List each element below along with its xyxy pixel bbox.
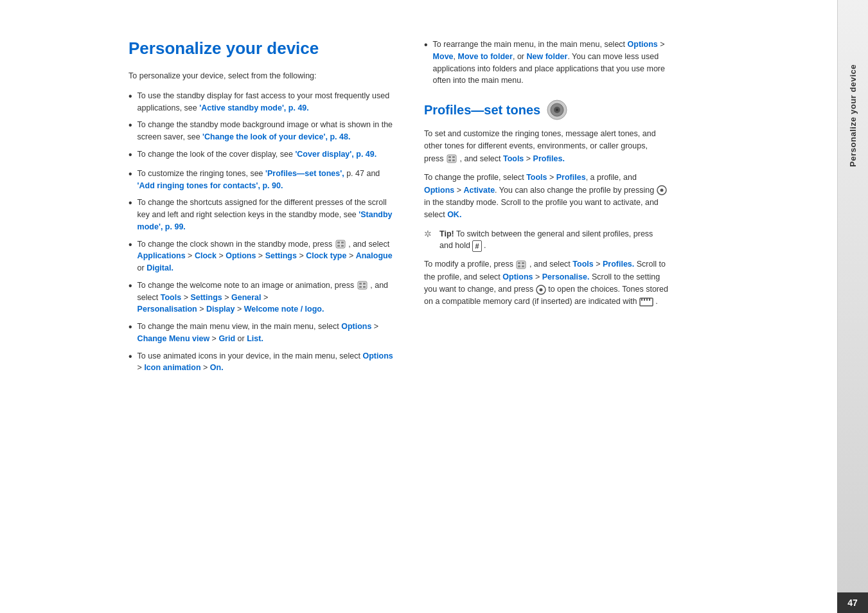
- svg-rect-7: [363, 283, 366, 285]
- link: Display: [206, 305, 235, 314]
- list-item: To use animated icons in your device, in…: [128, 350, 398, 375]
- svg-rect-16: [452, 156, 455, 158]
- link: Options: [628, 40, 658, 49]
- link: Tools: [526, 173, 547, 182]
- svg-rect-24: [522, 262, 524, 264]
- bullet-text: To customize the ringing tones, see 'Pro…: [137, 168, 398, 192]
- link: Change Menu view: [137, 334, 210, 343]
- svg-rect-33: [649, 298, 650, 301]
- link: 'Standby mode', p. 99.: [137, 210, 393, 231]
- link: Icon animation: [144, 363, 200, 372]
- svg-point-28: [539, 288, 542, 291]
- link: Tools: [572, 260, 593, 269]
- list-item: To customize the ringing tones, see 'Pro…: [128, 168, 398, 192]
- right-bullet-list: To rearrange the main menu, in the main …: [424, 39, 668, 87]
- clock-type-link: Clock type: [306, 251, 346, 260]
- right-column: To rearrange the main menu, in the main …: [424, 39, 668, 587]
- tip-icon: ✲: [424, 228, 436, 244]
- menu-key-icon: [335, 240, 346, 249]
- memory-card-icon: [639, 297, 653, 307]
- tip-text: Tip! To switch between the general and s…: [439, 228, 668, 253]
- list-item: To change the shortcuts assigned for the…: [128, 197, 398, 233]
- svg-point-20: [660, 189, 663, 192]
- hash-key-icon: #: [472, 240, 481, 253]
- link: New folder: [526, 52, 567, 61]
- link: Profiles: [556, 173, 586, 182]
- link: OK.: [447, 210, 461, 219]
- link: Personalisation: [137, 305, 197, 314]
- svg-rect-22: [517, 261, 526, 269]
- svg-rect-4: [341, 245, 344, 247]
- tip-box: ✲ Tip! To switch between the general and…: [424, 228, 668, 253]
- svg-rect-26: [522, 265, 524, 267]
- list-item: To rearrange the main menu, in the main …: [424, 39, 668, 87]
- ok-button-icon: [536, 285, 546, 295]
- svg-point-13: [556, 109, 558, 111]
- link: On.: [210, 363, 224, 372]
- svg-rect-18: [452, 159, 455, 161]
- profiles-para2: To change the profile, select Tools > Pr…: [424, 172, 668, 222]
- bullet-text: To change the clock shown in the standby…: [137, 238, 398, 274]
- svg-rect-6: [359, 283, 362, 285]
- link: List.: [247, 334, 263, 343]
- svg-rect-31: [644, 298, 645, 301]
- page-number: 47: [837, 592, 868, 613]
- bullet-text: To change the shortcuts assigned for the…: [137, 197, 398, 233]
- bullet-text: To change the main menu view, in the mai…: [137, 321, 398, 345]
- link: Tools: [503, 154, 524, 163]
- bullet-text: To change the look of the cover display,…: [137, 148, 377, 161]
- profiles-section-header: Profiles—set tones: [424, 100, 668, 120]
- profiles-icon: [547, 100, 567, 120]
- link: Move: [433, 52, 454, 61]
- page-container: Personalize your device To personalize y…: [0, 0, 868, 613]
- link: Profiles.: [533, 154, 565, 163]
- bullet-text: To rearrange the main menu, in the main …: [433, 39, 668, 87]
- svg-rect-14: [447, 155, 456, 163]
- list-item: To change the look of the cover display,…: [128, 148, 398, 163]
- link: 'Change the look of your device', p. 48.: [202, 132, 350, 141]
- list-item: To change the welcome note to an image o…: [128, 280, 398, 315]
- link: Personalise.: [542, 272, 590, 281]
- tip-star-icon: ✲: [424, 228, 436, 240]
- bullet-text: To use the standby display for fast acce…: [137, 90, 398, 114]
- main-content: Personalize your device To personalize y…: [0, 0, 837, 613]
- bullet-text: To change the welcome note to an image o…: [137, 280, 398, 315]
- page-title: Personalize your device: [128, 39, 398, 58]
- link: Settings: [190, 293, 222, 302]
- link: Options: [363, 351, 393, 360]
- svg-rect-8: [359, 286, 362, 288]
- svg-rect-32: [646, 298, 648, 301]
- svg-rect-3: [337, 245, 340, 247]
- link: 'Active standby mode', p. 49.: [199, 103, 309, 112]
- list-item: To use the standby display for fast acce…: [128, 90, 398, 114]
- svg-rect-23: [518, 262, 520, 264]
- intro-text: To personalize your device, select from …: [128, 70, 398, 82]
- svg-text:✲: ✲: [424, 229, 432, 239]
- home-button-icon: [657, 185, 667, 195]
- clock-link: Clock: [195, 251, 217, 260]
- link: Options: [502, 272, 533, 281]
- svg-rect-30: [641, 298, 642, 301]
- link: General: [231, 293, 261, 302]
- link: Welcome note / logo.: [244, 305, 324, 314]
- link: Grid: [218, 334, 235, 343]
- right-sidebar: Personalize your device 47: [837, 0, 868, 613]
- list-item: To change the standby mode background im…: [128, 119, 398, 143]
- list-item: To change the clock shown in the standby…: [128, 238, 398, 274]
- link: 'Profiles—set tones',: [265, 169, 344, 178]
- svg-rect-0: [336, 240, 345, 248]
- left-column: Personalize your device To personalize y…: [128, 39, 398, 587]
- bullet-text: To use animated icons in your device, in…: [137, 350, 398, 375]
- link: Profiles.: [603, 260, 634, 269]
- svg-rect-9: [363, 286, 366, 288]
- profiles-intro: To set and customize the ringing tones, …: [424, 128, 668, 165]
- bullet-text: To change the standby mode background im…: [137, 119, 398, 143]
- menu-key-icon: [516, 260, 526, 269]
- link: Tools: [161, 293, 181, 302]
- svg-rect-15: [448, 156, 451, 158]
- link: Options: [226, 251, 256, 260]
- profiles-para3: To modify a profile, press , and select …: [424, 258, 668, 308]
- link: Applications: [137, 251, 186, 260]
- link: Digital.: [146, 263, 173, 272]
- svg-rect-17: [448, 159, 451, 161]
